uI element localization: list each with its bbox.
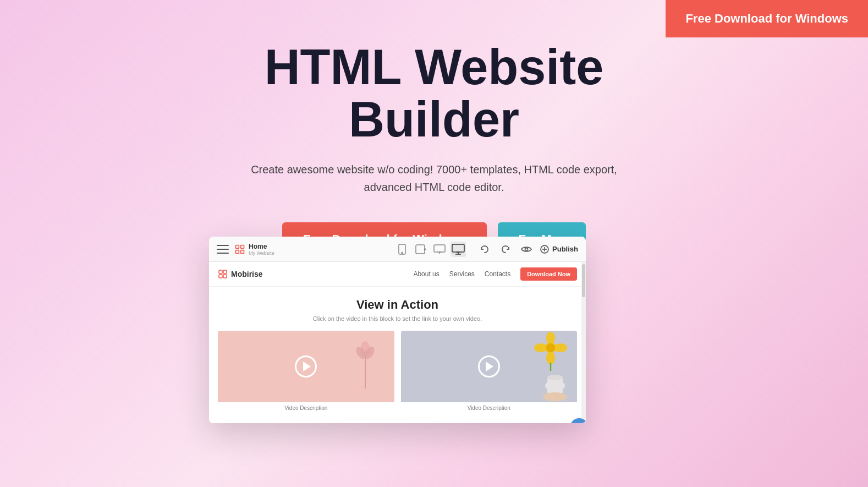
svg-rect-1	[241, 245, 244, 248]
top-cta-button[interactable]: Free Download for Windows	[666, 0, 868, 37]
nav-contacts[interactable]: Contacts	[485, 270, 510, 278]
svg-point-31	[554, 343, 567, 352]
preview-icon[interactable]	[519, 242, 534, 257]
app-toolbar: Home My Website	[209, 237, 586, 262]
video-label-1: Video Description	[218, 402, 394, 412]
hand-vase-decoration	[539, 355, 572, 402]
svg-point-32	[546, 343, 555, 352]
content-title: View in Action	[218, 298, 577, 312]
content-subtitle: Click on the video in this block to set …	[218, 315, 577, 322]
svg-rect-20	[223, 270, 227, 273]
nav-download-btn[interactable]: Download Now	[520, 267, 577, 281]
site-logo: Mobirise	[218, 269, 263, 279]
video-thumb-2	[401, 331, 578, 402]
scrollbar-thumb[interactable]	[582, 264, 585, 297]
app-preview-window: Home My Website	[209, 237, 586, 423]
video-grid: Video Description	[218, 331, 577, 412]
hero-subtitle: Create awesome website w/o coding! 7000+…	[247, 161, 621, 196]
publish-label: Publish	[552, 245, 578, 253]
play-button-2[interactable]	[478, 355, 500, 377]
home-page-sub: My Website	[249, 250, 274, 256]
mobile-view-icon[interactable]	[394, 242, 410, 257]
svg-point-36	[547, 375, 563, 380]
site-logo-icon	[218, 269, 228, 279]
undo-icon[interactable]	[477, 242, 492, 257]
svg-point-15	[525, 248, 528, 250]
svg-rect-3	[241, 250, 244, 253]
home-icon	[234, 244, 245, 255]
video-thumb-1	[218, 331, 394, 402]
scrollbar[interactable]	[581, 262, 586, 423]
menu-icon[interactable]	[217, 245, 229, 254]
redo-icon[interactable]	[498, 242, 513, 257]
tablet-view-icon[interactable]	[413, 242, 428, 257]
desktop-view-icon[interactable]	[451, 242, 466, 257]
site-content: View in Action Click on the video in thi…	[209, 287, 586, 423]
svg-point-7	[425, 249, 426, 250]
svg-rect-0	[236, 245, 239, 248]
svg-point-30	[534, 343, 547, 352]
publish-button[interactable]: Publish	[540, 244, 578, 254]
toolbar-home[interactable]: Home My Website	[234, 243, 284, 256]
svg-point-28	[546, 332, 555, 344]
site-nav: Mobirise About us Services Contacts Down…	[209, 262, 586, 287]
svg-rect-6	[416, 245, 425, 254]
flower-pink-decoration	[350, 333, 381, 388]
svg-rect-21	[219, 275, 222, 278]
svg-rect-2	[236, 250, 239, 253]
svg-rect-11	[452, 244, 464, 252]
home-page-title: Home	[249, 243, 274, 250]
video-card-2[interactable]: Video Description	[401, 331, 578, 412]
small-desktop-view-icon[interactable]	[432, 242, 447, 257]
nav-services[interactable]: Services	[449, 270, 475, 278]
toolbar-actions: Publish	[477, 242, 578, 257]
play-button-1[interactable]	[295, 355, 317, 377]
device-icons	[394, 242, 466, 257]
svg-rect-22	[223, 275, 227, 278]
svg-point-5	[402, 252, 403, 253]
svg-point-37	[543, 392, 567, 401]
site-nav-links: About us Services Contacts Download Now	[413, 267, 577, 281]
hero-title: HTML Website Builder	[214, 41, 654, 145]
nav-about[interactable]: About us	[413, 270, 439, 278]
site-logo-text: Mobirise	[231, 270, 263, 278]
svg-rect-19	[219, 270, 222, 273]
svg-rect-8	[434, 245, 445, 252]
video-card-1[interactable]: Video Description	[218, 331, 394, 412]
video-label-2: Video Description	[401, 402, 578, 412]
